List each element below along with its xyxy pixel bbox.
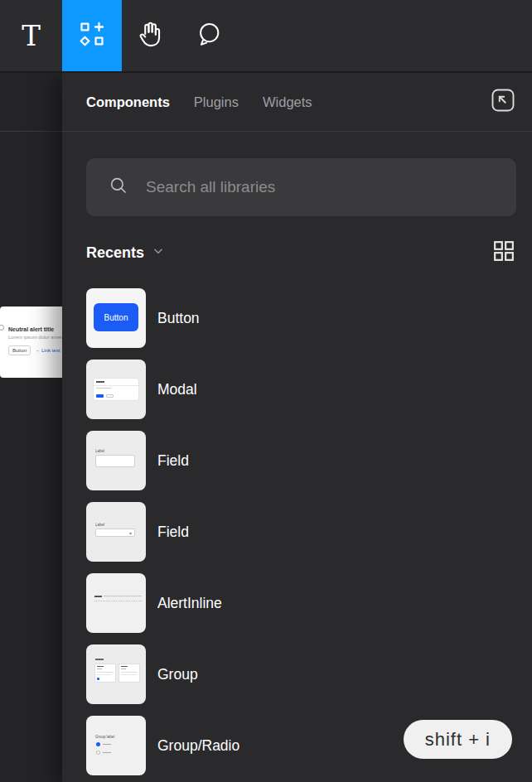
- tab-widgets[interactable]: Widgets: [263, 94, 312, 110]
- select-chevron-icon: ▾: [129, 531, 132, 536]
- canvas-section-divider: [0, 131, 62, 132]
- shortcut-badge: shift + i: [404, 720, 512, 759]
- chevron-down-icon: [152, 245, 164, 260]
- recents-dropdown[interactable]: Recents: [86, 244, 164, 262]
- components-panel: Components Plugins Widgets: [62, 73, 532, 782]
- list-item-field[interactable]: Label Field: [62, 425, 532, 496]
- panel-header: Components Plugins Widgets: [62, 73, 532, 132]
- list-item-button[interactable]: Button Button: [62, 282, 532, 354]
- recents-section-row: Recents: [86, 241, 515, 264]
- text-tool-icon: T: [22, 19, 41, 52]
- radio-selected-icon: [96, 742, 100, 746]
- component-label: Modal: [157, 381, 197, 398]
- comments-tool-button[interactable]: [180, 0, 238, 71]
- search-input[interactable]: [146, 178, 500, 196]
- component-label: Group/Radio: [157, 737, 239, 755]
- grid-view-icon: [493, 240, 515, 265]
- thumb-input-preview: [95, 455, 135, 467]
- component-thumbnail: [86, 360, 146, 419]
- component-label: Group: [157, 666, 198, 683]
- alert-card-actions: Button → Link text: [8, 345, 66, 355]
- info-circle-icon: [0, 325, 4, 331]
- alert-card-title: Neutral alert title: [8, 326, 66, 332]
- component-thumbnail: Group label: [86, 716, 146, 775]
- thumb-field-label: Label: [95, 523, 104, 527]
- thumb-button-preview: Button: [94, 303, 138, 331]
- alert-card-link[interactable]: → Link text: [35, 348, 60, 353]
- thumb-group-card: [118, 664, 140, 683]
- comment-bubble-icon: [195, 20, 223, 51]
- list-item-alertinline[interactable]: AlertInline: [62, 567, 532, 639]
- radio-unselected-icon: [96, 751, 100, 755]
- popout-button[interactable]: [489, 88, 517, 116]
- component-thumbnail: Button: [86, 288, 146, 348]
- tab-components[interactable]: Components: [86, 94, 170, 110]
- thumb-alert-preview: [94, 596, 142, 597]
- toolbar: T: [0, 0, 532, 73]
- thumb-radio-option: [96, 751, 111, 755]
- thumb-radio-option-selected: [96, 742, 111, 746]
- thumb-modal-preview: [94, 379, 138, 400]
- components-tool-icon: [78, 20, 106, 51]
- tab-plugins[interactable]: Plugins: [194, 94, 239, 110]
- thumb-radio-group-label: Group label: [95, 735, 114, 739]
- component-label: Field: [157, 452, 189, 470]
- hand-tool-button[interactable]: [122, 0, 180, 71]
- component-thumbnail: Label ▾: [86, 502, 146, 562]
- component-label: AlertInline: [157, 595, 222, 612]
- figma-dark-ui: T: [0, 0, 532, 782]
- panel-tabs: Components Plugins Widgets: [86, 94, 489, 110]
- alert-card-body: Lorem ipsum dolor amet consect: [8, 335, 66, 340]
- component-thumbnail: [86, 644, 146, 704]
- search-icon: [108, 175, 129, 200]
- hand-tool-icon: [136, 19, 166, 52]
- component-list: Button Button Modal Label Field: [62, 282, 532, 781]
- component-thumbnail: Label: [86, 431, 146, 490]
- list-item-modal[interactable]: Modal: [62, 354, 532, 425]
- thumb-group-label: [95, 659, 104, 660]
- canvas-alert-card[interactable]: Neutral alert title Lorem ipsum dolor am…: [0, 307, 70, 378]
- popout-arrow-icon: [491, 88, 515, 116]
- recents-title: Recents: [86, 244, 144, 262]
- component-thumbnail: [86, 573, 146, 633]
- thumb-select-preview: ▾: [95, 529, 135, 537]
- thumb-group-card: [94, 664, 116, 683]
- components-tool-button-active[interactable]: [62, 0, 122, 71]
- grid-view-button[interactable]: [493, 242, 515, 263]
- thumb-field-label: Label: [95, 449, 104, 453]
- component-label: Field: [157, 524, 189, 541]
- list-item-field-select[interactable]: Label ▾ Field: [62, 496, 532, 567]
- component-label: Button: [157, 310, 200, 327]
- search-box[interactable]: [86, 158, 516, 216]
- canvas-area[interactable]: Neutral alert title Lorem ipsum dolor am…: [0, 73, 62, 782]
- list-item-group[interactable]: Group: [62, 639, 532, 710]
- alert-card-button[interactable]: Button: [8, 345, 31, 355]
- text-tool-button[interactable]: T: [0, 0, 62, 71]
